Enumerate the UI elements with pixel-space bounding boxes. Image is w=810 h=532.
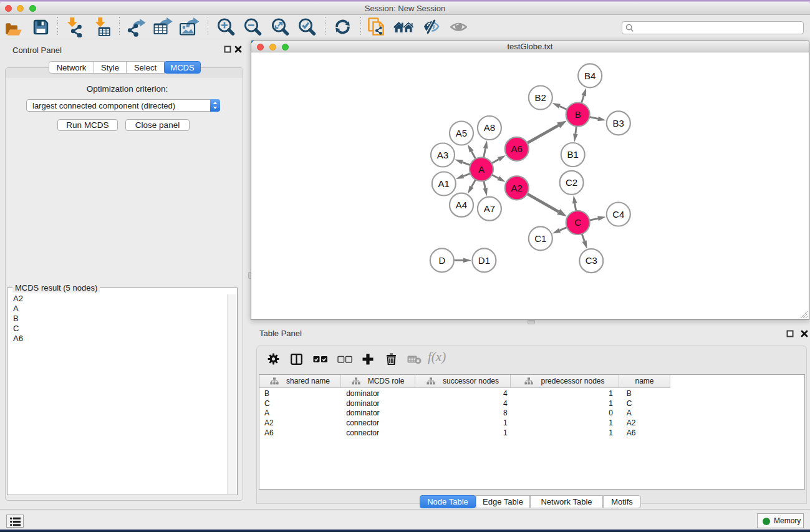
svg-text:A: A	[478, 164, 485, 175]
svg-text:C3: C3	[586, 255, 597, 266]
svg-text:A7: A7	[484, 203, 495, 214]
svg-text:A5: A5	[456, 128, 467, 138]
svg-text:A4: A4	[456, 200, 467, 210]
svg-text:C4: C4	[612, 209, 624, 220]
svg-text:C: C	[574, 217, 581, 228]
svg-text:A1: A1	[438, 178, 450, 189]
svg-text:B: B	[575, 109, 581, 120]
svg-text:D: D	[438, 255, 445, 266]
svg-text:A8: A8	[484, 122, 495, 133]
svg-text:A2: A2	[511, 183, 523, 193]
svg-text:D1: D1	[478, 255, 490, 266]
svg-text:B2: B2	[535, 92, 546, 103]
svg-text:B1: B1	[567, 149, 579, 160]
svg-text:C1: C1	[534, 233, 546, 244]
svg-text:A6: A6	[511, 143, 523, 154]
svg-text:B4: B4	[584, 70, 595, 81]
svg-text:B3: B3	[613, 118, 624, 128]
svg-text:A3: A3	[437, 150, 448, 160]
svg-text:C2: C2	[566, 177, 577, 188]
